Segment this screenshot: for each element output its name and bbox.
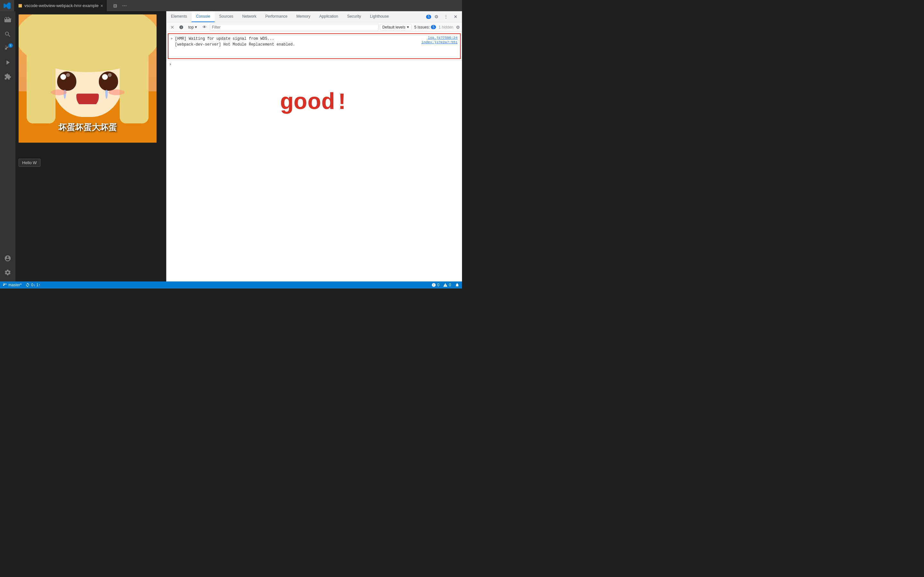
tab-application[interactable]: Application	[315, 11, 342, 22]
warnings-count: 0	[449, 283, 451, 287]
default-levels-dropdown[interactable]: Default levels ▼	[380, 24, 412, 31]
top-context-dropdown[interactable]: top ▼	[186, 24, 200, 30]
devtools-settings-icon[interactable]: ⚙	[432, 12, 441, 21]
clear-console-icon[interactable]	[168, 23, 176, 31]
activity-run-debug[interactable]	[1, 56, 14, 69]
activity-bottom-icons	[1, 252, 14, 279]
errors-count: 0	[437, 283, 439, 287]
console-prompt-icon: ›	[169, 62, 172, 67]
sync-count: 0↓ 1↑	[31, 283, 40, 287]
title-bar-icons: ⊟ ⋯	[112, 3, 128, 9]
issues-count: 5 Issues: 5	[414, 25, 436, 29]
anime-face: 坏蛋坏蛋大坏蛋	[19, 15, 157, 143]
tab-lighthouse[interactable]: Lighthouse	[365, 11, 393, 22]
anime-image: 坏蛋坏蛋大坏蛋	[19, 15, 157, 143]
tab-sources[interactable]: Sources	[215, 11, 238, 22]
activity-source-control[interactable]: 5	[1, 42, 14, 55]
source-link-1[interactable]: log.js?7596:24	[428, 36, 457, 40]
console-toolbar: top ▼ 👁 Default levels ▼ 5 Issues: 5 1 h…	[166, 23, 462, 32]
anime-caption: 坏蛋坏蛋大坏蛋	[58, 122, 117, 132]
vscode-logo	[3, 1, 11, 10]
devtools-close-icon[interactable]: ✕	[451, 12, 460, 21]
message-content: [HMR] Waiting for update signal from WDS…	[175, 36, 419, 47]
activity-bar: 5	[0, 11, 15, 282]
devtools-tab-icons: 5 ⚙ ⋮ ✕	[425, 12, 462, 21]
message-source: log.js?7596:24 index.js?e2a7:551	[422, 36, 457, 44]
devtools-tabs: Elements Console Sources Network Perform…	[166, 11, 462, 23]
issues-badge: 5	[431, 25, 436, 29]
tab-memory[interactable]: Memory	[292, 11, 315, 22]
top-context-label: top	[188, 25, 194, 29]
tab-console[interactable]: Console	[192, 11, 215, 22]
status-right: 0 0	[431, 283, 459, 287]
message-expand-icon[interactable]: ▶	[171, 37, 173, 40]
eye-icon[interactable]: 👁	[201, 23, 208, 31]
good-text: good!	[166, 90, 462, 116]
tab-elements[interactable]: Elements	[166, 11, 192, 22]
split-editor-icon[interactable]: ⊟	[112, 3, 118, 9]
tab-security[interactable]: Security	[342, 11, 365, 22]
activity-search[interactable]	[1, 28, 14, 41]
source-link-2[interactable]: index.js?e2a7:551	[422, 40, 457, 44]
console-message: ▶ [HMR] Waiting for update signal from W…	[168, 33, 461, 59]
hidden-count: 1 hidden	[439, 25, 453, 29]
dropdown-arrow-icon: ▼	[194, 25, 198, 29]
activity-account[interactable]	[1, 252, 14, 265]
main-area: 5	[0, 11, 462, 282]
webview-content: 坏蛋坏蛋大坏蛋 Hello W	[15, 11, 166, 282]
notification-bell[interactable]	[455, 283, 459, 287]
levels-arrow-icon: ▼	[406, 25, 409, 29]
tab-label: vscode-webview-webpack-hmr-example	[24, 3, 99, 8]
hello-label: Hello W	[19, 159, 40, 167]
content-area: 坏蛋坏蛋大坏蛋 Hello W	[15, 11, 166, 282]
console-toolbar-right: Default levels ▼ 5 Issues: 5 1 hidden ⚙	[380, 24, 460, 31]
source-control-badge: 5	[8, 43, 13, 48]
active-tab[interactable]: vscode-webview-webpack-hmr-example ×	[14, 0, 107, 11]
more-actions-icon[interactable]: ⋯	[121, 3, 128, 9]
tab-performance[interactable]: Performance	[261, 11, 292, 22]
preserve-log-icon[interactable]	[178, 23, 185, 31]
branch-name: master*	[8, 283, 21, 287]
sync-status[interactable]: 0↓ 1↑	[25, 283, 40, 287]
activity-explorer[interactable]	[1, 14, 14, 27]
console-input-row: ›	[166, 60, 462, 68]
app-container: vscode-webview-webpack-hmr-example × ⊟ ⋯	[0, 0, 462, 288]
console-filter-input[interactable]	[210, 24, 379, 31]
devtools-panel: Elements Console Sources Network Perform…	[166, 11, 462, 282]
errors-item[interactable]: 0	[431, 283, 439, 287]
console-settings-icon[interactable]: ⚙	[456, 25, 460, 30]
devtools-badge: 5	[426, 15, 431, 19]
status-bar: master* 0↓ 1↑ 0 0	[0, 282, 462, 288]
activity-settings[interactable]	[1, 266, 14, 279]
devtools-more-icon[interactable]: ⋮	[441, 12, 451, 21]
git-branch-item[interactable]: master*	[3, 283, 21, 287]
warnings-item[interactable]: 0	[443, 283, 451, 287]
tab-network[interactable]: Network	[238, 11, 261, 22]
console-output[interactable]: ▶ [HMR] Waiting for update signal from W…	[166, 32, 462, 282]
title-bar: vscode-webview-webpack-hmr-example × ⊟ ⋯	[0, 0, 462, 11]
tab-close-icon[interactable]: ×	[100, 3, 103, 8]
activity-extensions[interactable]	[1, 70, 14, 83]
